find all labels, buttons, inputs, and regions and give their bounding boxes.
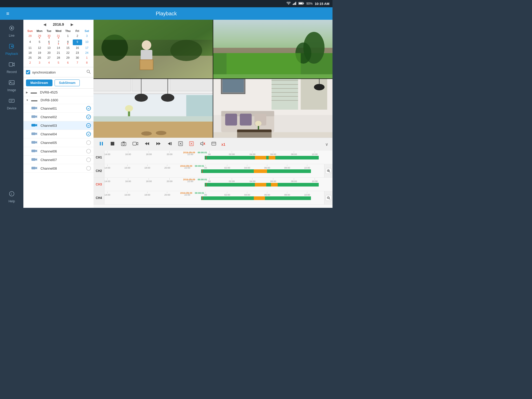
zoom-out-btn[interactable] bbox=[326, 195, 331, 201]
calendar-day[interactable]: 8 bbox=[63, 39, 72, 45]
calendar-day[interactable]: 5 bbox=[35, 39, 44, 45]
zoom-in-btn[interactable] bbox=[326, 168, 331, 174]
video-cell-2[interactable]: CH02 bbox=[213, 20, 332, 78]
channel-check[interactable] bbox=[86, 140, 91, 145]
tree-item-ch08[interactable]: Channel08 bbox=[23, 164, 94, 173]
calendar-day[interactable]: 18 bbox=[25, 50, 35, 55]
timeline-row-ch2[interactable]: CH214:0016:0018:0020:0022:000002:0004:00… bbox=[94, 164, 332, 178]
calendar-day[interactable]: 17 bbox=[82, 45, 91, 50]
sidebar-item-device[interactable]: Device bbox=[1, 95, 22, 112]
calendar-day[interactable]: 24 bbox=[82, 50, 91, 55]
sidebar-item-image[interactable]: Image bbox=[1, 77, 22, 94]
calendar-day[interactable]: 1 bbox=[82, 55, 91, 60]
calendar-day[interactable]: 22 bbox=[63, 50, 72, 55]
calendar-day[interactable]: 21 bbox=[54, 50, 63, 55]
tree-item-ch03[interactable]: Channel03 bbox=[23, 121, 94, 130]
calendar-day[interactable]: 13 bbox=[44, 45, 54, 50]
timeline-track[interactable]: 14:0016:0018:0020:0022:000002:0004:0006:… bbox=[104, 164, 324, 177]
tree-item-ch05[interactable]: Channel05 bbox=[23, 138, 94, 147]
timeline-row-ch1[interactable]: CH114:0016:0018:0020:0022:000002:0004:00… bbox=[94, 151, 332, 164]
calendar-day[interactable]: 10 bbox=[82, 39, 91, 45]
search-button[interactable] bbox=[86, 69, 91, 75]
calendar-day[interactable]: 9 bbox=[73, 39, 82, 45]
calendar-day[interactable]: 20 bbox=[44, 50, 54, 55]
mainstream-btn[interactable]: MainStream bbox=[26, 79, 52, 86]
calendar-day[interactable]: 6 bbox=[44, 39, 54, 45]
timeline-area[interactable]: CH114:0016:0018:0020:0022:000002:0004:00… bbox=[94, 151, 332, 208]
calendar-day[interactable]: 4 bbox=[44, 60, 54, 65]
calendar-day[interactable]: 1 bbox=[63, 34, 72, 39]
video-cell-4[interactable]: CH04 bbox=[213, 79, 332, 138]
calendar-day[interactable]: 16 bbox=[73, 45, 82, 50]
channel-check[interactable] bbox=[86, 132, 91, 136]
menu-button[interactable]: ≡ bbox=[4, 10, 11, 18]
sidebar-item-help[interactable]: i Help bbox=[1, 188, 22, 205]
video-cell-1[interactable]: CH01 bbox=[94, 20, 213, 78]
calendar-day[interactable]: 30 bbox=[73, 55, 82, 60]
stop-btn[interactable] bbox=[109, 140, 116, 148]
channel-check[interactable] bbox=[86, 106, 91, 111]
rewind-btn[interactable] bbox=[143, 140, 151, 148]
channel-check[interactable] bbox=[86, 157, 91, 162]
calendar-day[interactable]: 28 bbox=[54, 55, 63, 60]
tree-item-ch01[interactable]: Channel01 bbox=[23, 104, 94, 113]
sidebar-item-live[interactable]: Live bbox=[1, 22, 22, 39]
tree-item-dvr8-4525[interactable]: ▶▬▬DVR8-4525 bbox=[23, 89, 94, 96]
video-cell-3[interactable]: CH03 bbox=[94, 79, 213, 138]
channel-check[interactable] bbox=[86, 123, 91, 128]
timeline-track[interactable]: 14:0016:0018:0020:0022:000002:0004:0006:… bbox=[104, 151, 332, 164]
play-pause-btn[interactable] bbox=[98, 140, 105, 149]
calendar-day[interactable]: 23 bbox=[73, 50, 82, 55]
calendar-day[interactable]: 14 bbox=[54, 45, 63, 50]
calendar-day[interactable]: 3 bbox=[35, 60, 44, 65]
calendar-day[interactable]: 15 bbox=[63, 45, 72, 50]
calendar-day[interactable]: 6 bbox=[63, 60, 72, 65]
timeline-row-ch4[interactable]: CH414:0016:0018:0020:0022:000002:0004:00… bbox=[94, 191, 332, 205]
tree-item-ch07[interactable]: Channel07 bbox=[23, 156, 94, 164]
calendar-next-btn[interactable]: ▶ bbox=[69, 22, 75, 27]
tree-item-dvr8-1600[interactable]: ▼▬▬DVR8-1600 bbox=[23, 96, 94, 104]
clip-start-btn[interactable] bbox=[177, 140, 184, 148]
calendar-day[interactable]: 12 bbox=[35, 45, 44, 50]
calendar-day[interactable]: 5 bbox=[54, 60, 63, 65]
calendar-day[interactable]: 2 bbox=[25, 60, 35, 65]
channel-check[interactable] bbox=[86, 166, 91, 171]
substream-btn[interactable]: SubStream bbox=[55, 79, 80, 86]
channel-check[interactable] bbox=[86, 115, 91, 119]
timeline-row-ch3[interactable]: CH314:0016:0018:0020:0022:000002:0004:00… bbox=[94, 178, 332, 191]
calendar-day[interactable]: 2 bbox=[73, 34, 82, 39]
calendar-day[interactable]: 30 bbox=[44, 34, 54, 39]
mute-btn[interactable] bbox=[199, 140, 206, 148]
tree-item-ch04[interactable]: Channel04 bbox=[23, 130, 94, 138]
snapshot-btn[interactable] bbox=[120, 140, 127, 148]
calendar-day[interactable]: 8 bbox=[82, 60, 91, 65]
sidebar-item-record[interactable]: Record bbox=[1, 59, 22, 76]
calendar-day[interactable]: 28 bbox=[25, 34, 35, 39]
sync-checkbox[interactable] bbox=[26, 70, 30, 74]
tree-item-ch06[interactable]: Channel06 bbox=[23, 147, 94, 156]
expand-timeline-btn[interactable]: ∨ bbox=[325, 142, 328, 147]
calendar-day[interactable]: 29 bbox=[63, 55, 72, 60]
fast-forward-btn[interactable] bbox=[155, 140, 162, 148]
clip-stop-btn[interactable] bbox=[188, 140, 195, 148]
calendar-day[interactable]: 4 bbox=[25, 39, 35, 45]
fullscreen-video-btn[interactable] bbox=[210, 140, 217, 148]
tree-item-ch02[interactable]: Channel02 bbox=[23, 113, 94, 121]
calendar-day[interactable]: 19 bbox=[35, 50, 44, 55]
calendar-day[interactable]: 25 bbox=[25, 55, 35, 60]
calendar-day[interactable]: 27 bbox=[44, 55, 54, 60]
clip-record-btn[interactable] bbox=[131, 140, 139, 148]
channel-check[interactable] bbox=[86, 149, 91, 154]
calendar-day[interactable]: 7 bbox=[54, 39, 63, 45]
calendar-day[interactable]: 26 bbox=[35, 55, 44, 60]
calendar-day[interactable]: 7 bbox=[73, 60, 82, 65]
skip-end-btn[interactable] bbox=[166, 140, 173, 148]
calendar-day[interactable]: 31 bbox=[54, 34, 63, 39]
timeline-track[interactable]: 14:0016:0018:0020:0022:000002:0004:0006:… bbox=[104, 178, 332, 191]
calendar-day[interactable]: 3 bbox=[82, 34, 91, 39]
calendar-day[interactable]: 29 bbox=[35, 34, 44, 39]
calendar-day[interactable]: 11 bbox=[25, 45, 35, 50]
timeline-track[interactable]: 14:0016:0018:0020:0022:000002:0004:0006:… bbox=[104, 191, 324, 204]
calendar-prev-btn[interactable]: ◀ bbox=[42, 22, 48, 27]
sidebar-item-playback[interactable]: Playback bbox=[1, 41, 22, 58]
